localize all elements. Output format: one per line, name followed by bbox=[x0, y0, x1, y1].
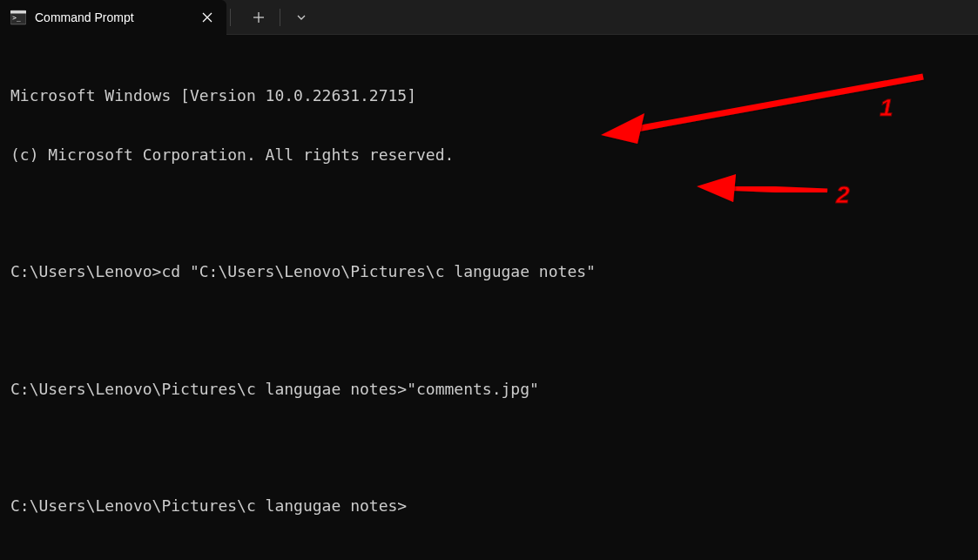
svg-text:>_: >_ bbox=[12, 14, 21, 22]
terminal-line: C:\Users\Lenovo>cd "C:\Users\Lenovo\Pict… bbox=[10, 262, 968, 282]
terminal-line: Microsoft Windows [Version 10.0.22631.27… bbox=[10, 86, 968, 106]
tab-command-prompt[interactable]: >_ Command Prompt bbox=[0, 0, 226, 35]
tab-dropdown-button[interactable] bbox=[284, 0, 319, 35]
annotation-label-2: 2 bbox=[836, 181, 850, 209]
terminal-content[interactable]: Microsoft Windows [Version 10.0.22631.27… bbox=[0, 35, 978, 548]
terminal-line bbox=[10, 321, 968, 341]
close-tab-button[interactable] bbox=[199, 9, 216, 26]
divider bbox=[280, 9, 280, 26]
terminal-line: C:\Users\Lenovo\Pictures\c langugae note… bbox=[10, 380, 968, 400]
terminal-line: C:\Users\Lenovo\Pictures\c langugae note… bbox=[10, 496, 968, 516]
tab-divider bbox=[230, 9, 231, 26]
svg-rect-1 bbox=[10, 10, 26, 13]
titlebar: >_ Command Prompt bbox=[0, 0, 978, 35]
new-tab-button[interactable] bbox=[241, 0, 276, 35]
terminal-line bbox=[10, 438, 968, 457]
terminal-icon: >_ bbox=[10, 10, 26, 25]
annotation-label-1: 1 bbox=[880, 94, 894, 122]
tab-title: Command Prompt bbox=[35, 10, 190, 24]
terminal-line bbox=[10, 204, 968, 223]
terminal-line: (c) Microsoft Corporation. All rights re… bbox=[10, 145, 968, 165]
